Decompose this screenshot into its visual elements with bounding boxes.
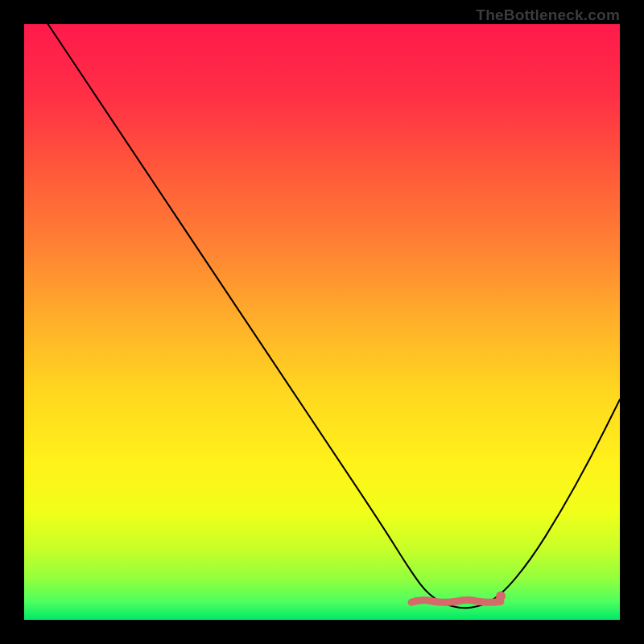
watermark-text: TheBottleneck.com xyxy=(476,6,620,24)
bottleneck-curve xyxy=(48,24,620,608)
highlight-dot xyxy=(496,591,506,601)
curve-layer xyxy=(24,24,620,620)
chart-frame: TheBottleneck.com xyxy=(0,0,644,644)
plot-area xyxy=(24,24,620,620)
highlight-segment xyxy=(411,600,501,602)
